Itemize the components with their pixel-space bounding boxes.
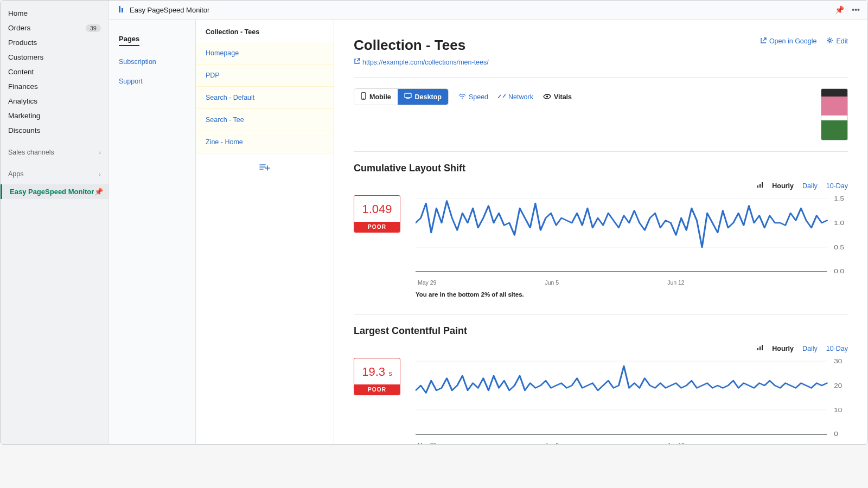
svg-point-2 — [363, 98, 363, 98]
divider — [354, 314, 848, 314]
sidebar-page-list: Collection - Tees Homepage PDP Search - … — [196, 20, 334, 444]
svg-text:0: 0 — [834, 431, 838, 437]
bar-chart-icon[interactable] — [757, 344, 763, 352]
link-support[interactable]: Support — [119, 78, 186, 85]
page-item-pdp[interactable]: PDP — [196, 65, 334, 87]
range-10day[interactable]: 10-Day — [826, 345, 848, 352]
xtick: May 29 — [418, 442, 436, 444]
range-hourly[interactable]: Hourly — [772, 345, 794, 352]
svg-text:1.5: 1.5 — [834, 195, 844, 202]
app-title: Easy PageSpeed Monitor — [130, 6, 209, 14]
topbar: Easy PageSpeed Monitor 📌 ••• — [109, 1, 867, 20]
pin-icon: 📌 — [94, 188, 103, 196]
page-item-homepage[interactable]: Homepage — [196, 42, 334, 65]
mobile-icon — [361, 92, 366, 101]
score-number: 19.3 — [362, 365, 385, 378]
orders-badge: 39 — [86, 24, 101, 32]
divider — [354, 77, 848, 78]
content-row: Pages Subscription Support Collection - … — [109, 20, 867, 444]
external-link-icon — [354, 58, 360, 66]
score-value-cls: 1.049 — [354, 196, 400, 222]
detail-panel: Collection - Tees https://example.com/co… — [334, 20, 867, 444]
chevron-right-icon: › — [99, 171, 101, 177]
topbar-left: Easy PageSpeed Monitor — [117, 5, 209, 15]
nav-section-sales-channels[interactable]: Sales channels › — [1, 145, 108, 159]
nav-marketing[interactable]: Marketing — [1, 108, 108, 123]
range-daily[interactable]: Daily — [802, 345, 818, 352]
nav-app-easy-pagespeed[interactable]: Easy PageSpeed Monitor 📌 — [1, 184, 108, 199]
page-url-text: https://example.com/collections/men-tees… — [362, 59, 489, 66]
svg-point-4 — [462, 98, 463, 99]
external-link-icon — [760, 37, 767, 46]
page-title: Collection - Tees — [354, 37, 489, 54]
footnote-cls: You are in the bottom 2% of all sites. — [416, 291, 848, 298]
breadcrumb: Collection - Tees — [196, 20, 334, 42]
desktop-icon — [404, 93, 412, 101]
topbar-right: 📌 ••• — [835, 5, 860, 14]
svg-text:30: 30 — [834, 358, 842, 364]
page-item-search-default[interactable]: Search - Default — [196, 87, 334, 109]
svg-point-7 — [546, 95, 548, 98]
bar-chart-icon[interactable] — [757, 182, 763, 190]
svg-text:0.5: 0.5 — [834, 244, 844, 251]
add-page-button[interactable] — [196, 153, 334, 182]
nav-label: Home — [8, 9, 28, 17]
chart-lcp-wrap: 30 20 10 0 May 29 Jun 5 Jun 12 You are i… — [416, 356, 848, 444]
tab-speed[interactable]: Speed — [458, 93, 488, 101]
sidebar-primary: Pages Subscription Support — [109, 20, 196, 444]
page-item-search-tee[interactable]: Search - Tee — [196, 109, 334, 131]
svg-point-6 — [505, 94, 506, 95]
open-in-google-button[interactable]: Open in Google — [760, 37, 817, 46]
tab-pages[interactable]: Pages — [119, 35, 139, 46]
svg-text:10: 10 — [834, 407, 842, 413]
page-thumbnail — [821, 88, 848, 140]
eye-icon — [543, 93, 551, 101]
label: Edit — [836, 37, 848, 45]
nav-home[interactable]: Home — [1, 6, 108, 21]
svg-text:20: 20 — [834, 382, 842, 389]
admin-nav: Home Orders 39 Products Customers Conten… — [1, 1, 109, 444]
edit-button[interactable]: Edit — [826, 37, 848, 46]
nav-products[interactable]: Products — [1, 35, 108, 50]
nav-discounts[interactable]: Discounts — [1, 123, 108, 138]
detail-header: Collection - Tees https://example.com/co… — [354, 37, 848, 66]
tab-vitals[interactable]: Vitals — [543, 93, 572, 101]
pinned-app-label: Easy PageSpeed Monitor — [10, 188, 94, 196]
page-item-zine-home[interactable]: Zine - Home — [196, 131, 334, 153]
pin-button[interactable]: 📌 — [835, 5, 844, 14]
score-band-cls: POOR — [354, 222, 400, 232]
more-button[interactable]: ••• — [852, 5, 860, 14]
page-url-link[interactable]: https://example.com/collections/men-tees… — [354, 58, 489, 66]
nav-label: Products — [8, 38, 37, 47]
section-label: Apps — [8, 170, 24, 178]
svg-text:0.0: 0.0 — [834, 268, 844, 274]
tab-network[interactable]: Network — [498, 93, 533, 101]
link-subscription[interactable]: Subscription — [119, 58, 186, 66]
metric-title-lcp: Largest Contentful Paint — [354, 325, 848, 337]
score-card-lcp: 19.3 s POOR — [354, 358, 400, 395]
range-10day[interactable]: 10-Day — [826, 182, 848, 190]
nav-customers[interactable]: Customers — [1, 50, 108, 65]
divider — [354, 151, 848, 152]
xtick: May 29 — [418, 279, 436, 286]
nav-orders[interactable]: Orders 39 — [1, 21, 108, 35]
score-value-lcp: 19.3 s — [354, 358, 400, 384]
section-label: Sales channels — [8, 149, 54, 156]
gear-icon — [826, 37, 833, 46]
xtick: Jun 12 — [667, 442, 685, 444]
nav-section-apps[interactable]: Apps › — [1, 167, 108, 181]
nav-analytics[interactable]: Analytics — [1, 94, 108, 108]
device-desktop-button[interactable]: Desktop — [398, 89, 448, 105]
xaxis-lcp: May 29 Jun 5 Jun 12 — [416, 442, 848, 444]
nav-content[interactable]: Content — [1, 65, 108, 79]
nav-finances[interactable]: Finances — [1, 79, 108, 94]
device-mobile-button[interactable]: Mobile — [354, 89, 398, 105]
score-band-lcp: POOR — [354, 384, 400, 395]
label: Mobile — [369, 93, 391, 101]
range-daily[interactable]: Daily — [802, 182, 818, 190]
label: Open in Google — [769, 37, 817, 45]
metric-block-cls: 1.049 POOR 1.5 1.0 0.5 0.0 — [354, 193, 848, 298]
range-hourly[interactable]: Hourly — [772, 182, 794, 190]
network-icon — [498, 93, 506, 101]
page-list: Homepage PDP Search - Default Search - T… — [196, 42, 334, 153]
